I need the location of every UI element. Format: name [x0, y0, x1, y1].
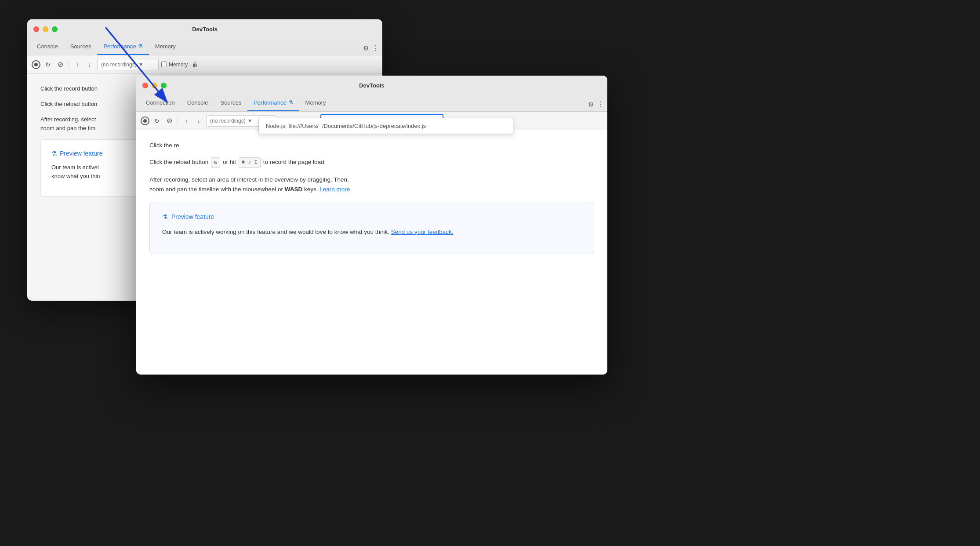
record-button-front[interactable]: [141, 116, 149, 125]
back-tabs-bar: Console Sources Performance ⚗ Memory ⚙ ⋮: [27, 39, 382, 55]
more-icon-back[interactable]: ⋮: [372, 44, 379, 52]
front-titlebar: DevTools: [136, 76, 607, 95]
front-content: Click the re Click the reload button ↻ o…: [136, 130, 607, 375]
maximize-button-back[interactable]: [52, 26, 58, 32]
front-after-recording: After recording, select an area of inter…: [149, 175, 594, 195]
separator-front1: [178, 117, 178, 125]
clear-button-front[interactable]: ⊘: [164, 116, 174, 126]
back-tab-console[interactable]: Console: [31, 38, 64, 55]
minimize-button-front[interactable]: [152, 83, 157, 88]
front-tab-performance[interactable]: Performance ⚗: [247, 95, 299, 111]
dropdown-arrow-front: ▼: [247, 118, 253, 124]
recordings-dropdown-back[interactable]: (no recordings) ▼: [97, 59, 159, 70]
vm-option-label: Node.js: file:///Users/: [266, 123, 319, 129]
front-window: DevTools Connection Console Sources Perf…: [136, 76, 607, 375]
vm-option-path: /Documents/GitHub/js-deprecate/index.js: [322, 123, 426, 129]
back-tab-performance[interactable]: Performance ⚗: [97, 38, 149, 55]
front-window-inner: DevTools Connection Console Sources Perf…: [136, 76, 607, 375]
front-tab-console[interactable]: Console: [181, 95, 214, 111]
dropdown-arrow-back: ▼: [138, 62, 144, 68]
back-tab-memory[interactable]: Memory: [149, 38, 182, 55]
front-tab-memory[interactable]: Memory: [299, 95, 332, 111]
vm-option-1[interactable]: Node.js: file:///Users/ /Documents/GitHu…: [259, 118, 513, 134]
back-tab-icons: ⚙ ⋮: [363, 44, 379, 52]
traffic-lights-front: [142, 83, 167, 88]
front-preview-box: ⚗ Preview feature Our team is actively w…: [149, 202, 594, 254]
flask-icon-back: ⚗: [51, 149, 57, 158]
memory-checkbox-back[interactable]: [161, 62, 167, 67]
close-button-back[interactable]: [33, 26, 39, 32]
flask-icon-front: ⚗: [162, 212, 168, 222]
download-button-back[interactable]: ↓: [85, 60, 94, 69]
learn-more-link[interactable]: Learn more: [319, 186, 350, 193]
front-record-line: Click the re: [149, 141, 594, 150]
traffic-lights-back: [33, 26, 58, 32]
maximize-button-front[interactable]: [161, 83, 167, 88]
wasd-label: WASD: [285, 186, 303, 193]
record-button-back[interactable]: [32, 60, 40, 69]
front-tab-connection[interactable]: Connection: [140, 95, 181, 111]
reload-button-front[interactable]: ↻: [152, 116, 162, 126]
memory-checkbox-area-back: Memory: [161, 62, 188, 68]
clear-button-back[interactable]: ⊘: [55, 60, 65, 69]
download-button-front[interactable]: ↓: [194, 116, 203, 126]
reload-button-back[interactable]: ↻: [43, 60, 53, 69]
front-reload-line: Click the reload button ↻ or hit ⌘ ⇧ E t…: [149, 157, 594, 168]
separator-back: [69, 61, 69, 69]
front-preview-title: ⚗ Preview feature: [162, 212, 581, 222]
performance-icon-back: ⚗: [138, 43, 143, 49]
more-icon-front[interactable]: ⋮: [597, 100, 604, 109]
close-button-front[interactable]: [142, 83, 148, 88]
front-preview-body: Our team is actively working on this fea…: [162, 227, 581, 237]
upload-button-back[interactable]: ↑: [73, 60, 82, 69]
minimize-button-back[interactable]: [43, 26, 48, 32]
back-window-title: DevTools: [192, 26, 218, 33]
feedback-link[interactable]: Send us your feedback.: [391, 229, 454, 235]
upload-button-front[interactable]: ↑: [181, 116, 191, 126]
performance-icon-front: ⚗: [288, 99, 293, 106]
back-toolbar: ↻ ⊘ ↑ ↓ (no recordings) ▼ Memory 🗑: [27, 55, 382, 74]
vm-dropdown-open: Node.js: file:///Users/ /Documents/GitHu…: [258, 118, 513, 134]
front-window-title: DevTools: [359, 82, 385, 89]
delete-button-back[interactable]: 🗑: [190, 60, 200, 69]
back-titlebar: DevTools: [27, 19, 382, 39]
front-tab-icons: ⚙ ⋮: [588, 100, 604, 109]
back-tab-sources[interactable]: Sources: [64, 38, 98, 55]
front-tabs-bar: Connection Console Sources Performance ⚗…: [136, 95, 607, 112]
reload-kbd: ↻: [211, 157, 220, 168]
front-tab-sources[interactable]: Sources: [214, 95, 247, 111]
settings-icon-front[interactable]: ⚙: [588, 101, 594, 109]
shortcut-kbd: ⌘ ⇧ E: [239, 157, 261, 168]
settings-icon-back[interactable]: ⚙: [363, 44, 369, 52]
